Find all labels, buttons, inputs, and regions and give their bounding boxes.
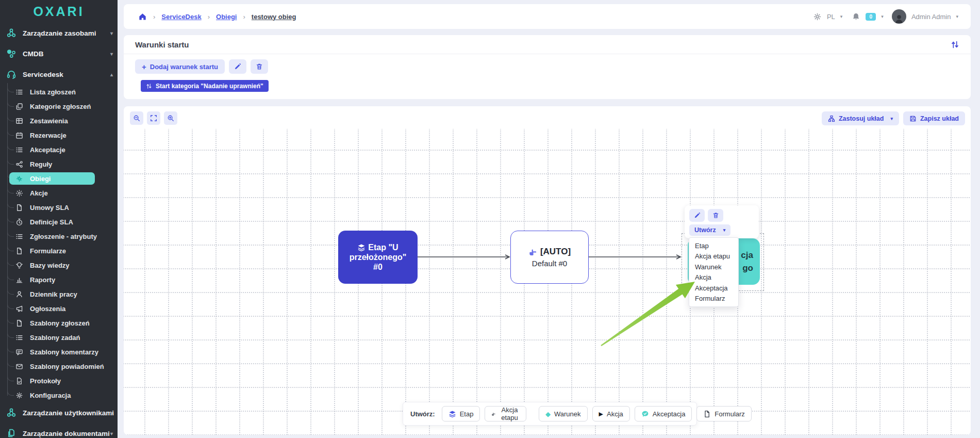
- zoom-out-icon: [133, 115, 140, 122]
- sidebar-item-ogloszenia[interactable]: Ogłoszenia: [0, 301, 118, 316]
- create-etap-button[interactable]: Etap: [442, 406, 480, 421]
- menu-item-etap[interactable]: Etap: [689, 240, 738, 251]
- sidebar-item-szablony-zgloszen[interactable]: Szablony zgłoszeń: [0, 316, 118, 330]
- sidebar-item-kategorie-zgloszen[interactable]: Kategorie zgłoszeń: [0, 99, 118, 113]
- panel-header: Warunki startu: [124, 35, 971, 54]
- chevron-up-icon: ▴: [110, 72, 113, 77]
- sidebar-item-reguly[interactable]: Reguły: [0, 157, 118, 171]
- create-warunek-button[interactable]: ◆Warunek: [539, 406, 588, 421]
- sidebar-item-bazy-wiedzy[interactable]: Bazy wiedzy: [0, 258, 118, 272]
- layers-icon: [357, 244, 366, 252]
- document-icon: [703, 410, 711, 418]
- panel-toolbar: + Dodaj warunek startu: [124, 54, 971, 74]
- delete-button[interactable]: [251, 59, 268, 74]
- sidebar-item-umowy-sla[interactable]: Umowy SLA: [0, 200, 118, 215]
- sidebar-item-cmdb[interactable]: CMDB ▾: [0, 43, 118, 64]
- tasks-icon: [15, 334, 23, 342]
- sidebar-item-zestawienia[interactable]: Zestawienia: [0, 113, 118, 128]
- create-akcja-etapu-button[interactable]: Akcja etapu: [485, 406, 526, 421]
- node-auto-condition[interactable]: [AUTO] Default #0: [510, 231, 589, 284]
- sidebar-item-zarzadzanie-uzytkownikami[interactable]: Zarządzanie użytkownikami ▾: [0, 402, 118, 423]
- sidebar-item-dziennik-pracy[interactable]: Dziennik pracy: [0, 287, 118, 301]
- chevron-down-icon[interactable]: ▾: [840, 14, 843, 19]
- create-formularz-button[interactable]: Formularz: [696, 406, 752, 421]
- menu-item-warunek[interactable]: Warunek: [689, 262, 738, 272]
- person-icon: [894, 13, 904, 24]
- chevron-down-icon: ▾: [110, 410, 113, 416]
- notification-count-badge[interactable]: 0: [866, 13, 876, 21]
- checklist-icon: [15, 146, 23, 154]
- edge-etap-to-auto: [418, 254, 511, 259]
- rules-graph-icon: [15, 160, 23, 168]
- gear-icon[interactable]: [813, 12, 822, 21]
- create-dropdown-button[interactable]: Utwórz ▾: [689, 224, 730, 236]
- sidebar: OXARI Zarządzanie zasobami ▾ CMDB ▾ Serv…: [0, 0, 118, 438]
- chevron-down-icon: ▾: [110, 30, 113, 36]
- panel-title: Warunki startu: [135, 40, 189, 49]
- trash-icon: [256, 63, 263, 70]
- menu-item-akcja[interactable]: Akcja: [689, 272, 738, 283]
- edge-auto-to-akcja: [589, 254, 682, 259]
- workflow-editor-page: OXARI Zarządzanie zasobami ▾ CMDB ▾ Serv…: [0, 0, 980, 438]
- workflow-canvas[interactable]: Zastosuj układ ▾ Zapisz układ Etap "U pr…: [124, 106, 971, 435]
- menu-item-akcja-etapu[interactable]: Akcja etapu: [689, 251, 738, 262]
- sidebar-item-obiegi[interactable]: Obiegi: [0, 171, 118, 186]
- node-etap[interactable]: Etap "U przełożonego" #0: [338, 231, 418, 284]
- sidebar-item-zarzadzanie-zasobami[interactable]: Zarządzanie zasobami ▾: [0, 23, 118, 43]
- documents-icon: [6, 428, 16, 438]
- sidebar-item-akcje[interactable]: Akcje: [0, 186, 118, 200]
- sidebar-item-szablony-powiadomien[interactable]: Szablony powiadomień: [0, 359, 118, 374]
- hand-point-icon: [491, 410, 496, 418]
- edit-button[interactable]: [229, 59, 246, 74]
- sidebar-item-akceptacje[interactable]: Akceptacje: [0, 142, 118, 157]
- language-selector[interactable]: PL: [827, 13, 835, 21]
- menu-item-formularz[interactable]: Formularz: [689, 294, 738, 304]
- create-dropdown-menu: Etap Akcja etapu Warunek Akcja Akceptacj…: [689, 237, 739, 307]
- zoom-out-button[interactable]: [130, 111, 143, 125]
- create-akceptacja-button[interactable]: Akceptacja: [635, 406, 692, 421]
- sidebar-item-konfiguracja[interactable]: Konfiguracja: [0, 388, 118, 402]
- fit-view-button[interactable]: [147, 111, 160, 125]
- start-category-badge[interactable]: Start kategoria "Nadanie uprawnień": [141, 80, 269, 92]
- table-icon: [15, 117, 23, 125]
- save-layout-button[interactable]: Zapisz układ: [903, 111, 965, 125]
- apply-layout-button[interactable]: Zastosuj układ ▾: [822, 111, 899, 125]
- sidebar-item-szablony-komentarzy[interactable]: Szablony komentarzy: [0, 345, 118, 359]
- worklog-user-icon: [15, 290, 23, 298]
- sidebar-item-zarzadzanie-dokumentami[interactable]: Zarządzanie dokumentami ▾: [0, 423, 118, 438]
- sidebar-item-definicje-sla[interactable]: Definicje SLA: [0, 215, 118, 229]
- zoom-in-button[interactable]: [164, 111, 177, 125]
- chevron-down-icon[interactable]: ▾: [881, 14, 884, 19]
- user-name[interactable]: Admin Admin: [911, 13, 951, 21]
- create-akcja-button[interactable]: ▶Akcja: [592, 406, 630, 421]
- badge-row: Start kategoria "Nadanie uprawnień": [124, 74, 971, 92]
- sidebar-item-raporty[interactable]: Raporty: [0, 272, 118, 287]
- swap-arrows-icon: [146, 83, 152, 89]
- diamond-icon: ◆: [545, 410, 551, 418]
- sidebar-item-lista-zgloszen[interactable]: Lista zgłoszeń: [0, 85, 118, 99]
- home-icon[interactable]: [138, 12, 147, 21]
- sidebar-item-rezerwacje[interactable]: Rezerwacje: [0, 128, 118, 142]
- sidebar-item-zgloszenie-atrybuty[interactable]: Zgłoszenie - atrybuty: [0, 229, 118, 244]
- oxari-logo: OXARI: [0, 0, 118, 23]
- stopwatch-icon: [15, 218, 23, 226]
- node-delete-button[interactable]: [708, 209, 723, 222]
- chevron-down-icon: ▾: [110, 51, 113, 57]
- swap-arrows-icon[interactable]: [951, 40, 959, 49]
- sidebar-item-servicedesk[interactable]: Servicedesk ▴: [0, 64, 118, 85]
- sidebar-item-protokoly[interactable]: Protokoły: [0, 374, 118, 388]
- action-target-icon: [15, 189, 23, 197]
- sidebar-item-formularze[interactable]: Formularze: [0, 244, 118, 258]
- chevron-down-icon[interactable]: ▾: [956, 14, 958, 19]
- bell-icon[interactable]: [852, 12, 860, 21]
- users-icon: [6, 408, 16, 418]
- sidebar-item-szablony-zadan[interactable]: Szablony zadań: [0, 330, 118, 345]
- breadcrumb-servicedesk[interactable]: ServiceDesk: [161, 13, 201, 21]
- servicedesk-subtree: Lista zgłoszeń Kategorie zgłoszeń Zestaw…: [0, 85, 118, 402]
- node-edit-button[interactable]: [689, 209, 705, 222]
- megaphone-icon: [15, 305, 23, 313]
- avatar[interactable]: [892, 9, 906, 24]
- add-start-condition-button[interactable]: + Dodaj warunek startu: [135, 59, 225, 74]
- menu-item-akceptacja[interactable]: Akceptacja: [689, 283, 738, 294]
- breadcrumb-obiegi[interactable]: Obiegi: [216, 13, 237, 21]
